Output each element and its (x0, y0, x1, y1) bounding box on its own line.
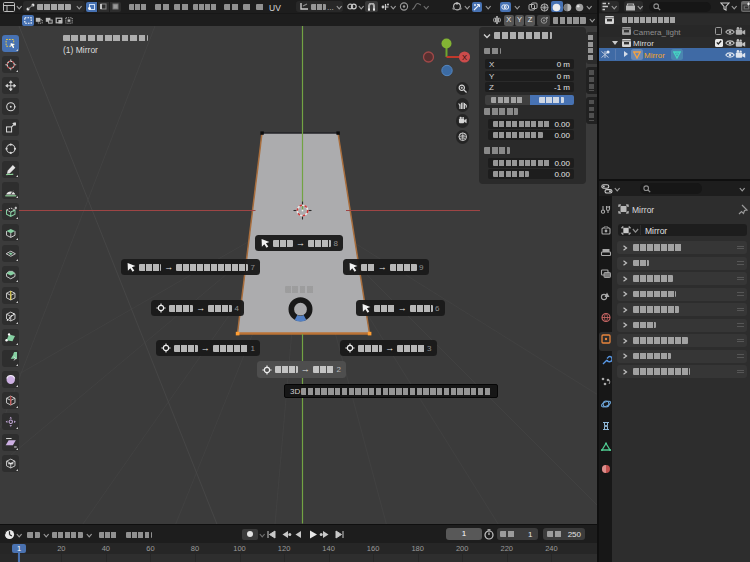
svg-text:X: X (462, 53, 467, 62)
